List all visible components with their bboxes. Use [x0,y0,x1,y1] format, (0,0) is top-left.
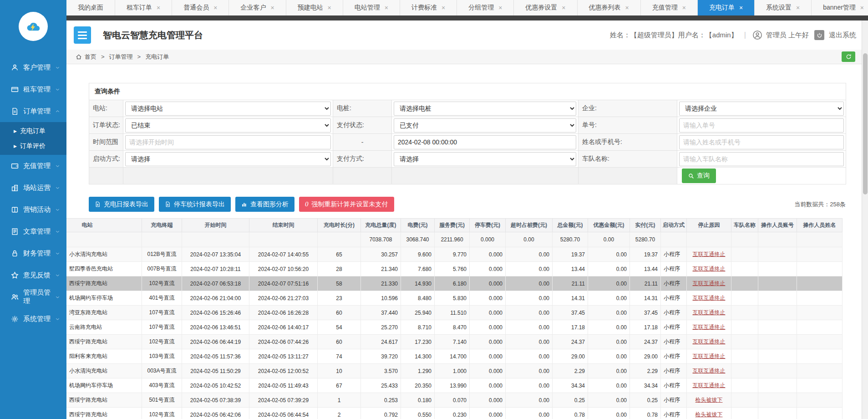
breadcrumb-charging-orders[interactable]: 充电订单 [145,53,169,61]
cell-operator-name [797,247,843,262]
star-icon [11,271,19,279]
breadcrumb-order-management[interactable]: 订单管理 [109,53,133,61]
start-time-input[interactable] [125,135,331,149]
pile-select[interactable]: 请选择电桩 [394,102,576,116]
export-charging-daily-report-button[interactable]: 充电日报表导出 [89,197,154,212]
name-or-phone-input[interactable] [679,135,844,149]
vertical-scrollbar[interactable] [862,20,868,419]
tab-优惠券设置[interactable]: 优惠券设置× [514,0,577,15]
station-select[interactable]: 请选择电站 [125,102,331,116]
sidebar-item-admin[interactable]: 管理员管理 [0,286,66,308]
cell-operator-account [758,408,797,419]
tab-close-icon[interactable]: × [270,5,274,11]
tab-优惠券列表[interactable]: 优惠券列表× [578,0,641,15]
search-button[interactable]: 查询 [682,169,716,183]
export-parking-stats-report-button[interactable]: 停车统计报表导出 [159,197,231,212]
scrollbar-thumb[interactable] [863,53,868,194]
breadcrumb-home[interactable]: 首页 [85,53,96,61]
tab-close-icon[interactable]: × [796,5,800,11]
table-row[interactable]: 阳利客来充电站103号直流2024-02-05 11:57:362024-02-… [66,349,843,364]
sidebar-item-rental[interactable]: 租车管理 [0,78,66,100]
sidebar-item-marketing[interactable]: 营销活动 [0,199,66,220]
sidebar-subitem-订单评价[interactable]: ▶订单评价 [0,138,66,153]
tab-label: 优惠券设置 [525,4,557,12]
cell-stop-reason: 互联互通终止 [687,320,731,335]
order-no-input[interactable] [679,118,844,133]
sidebar-item-station[interactable]: 场站运营 [0,177,66,199]
tab-普通会员[interactable]: 普通会员× [172,0,229,15]
table-row[interactable]: 西绥宁路充电站102号直流2024-02-07 06:53:182024-02-… [66,276,843,291]
stop-reason-link[interactable]: 互联互通终止 [693,368,726,374]
tab-我的桌面[interactable]: 我的桌面 [66,0,115,15]
stop-reason-link[interactable]: 枪头被拔下 [695,397,723,403]
tab-充电订单[interactable]: 充电订单× [698,0,755,15]
stop-reason-link[interactable]: 互联互通终止 [693,353,726,359]
tab-close-icon[interactable]: × [682,5,686,11]
tab-租车订单[interactable]: 租车订单× [115,0,172,15]
sidebar-item-recharge[interactable]: 充值管理 [0,155,66,177]
cell-discount-amount: 0.00 [588,408,630,419]
sidebar-item-feedback[interactable]: 意见反馈 [0,264,66,286]
stop-reason-link[interactable]: 互联互通终止 [693,309,726,316]
stop-reason-link[interactable]: 互联互通终止 [693,324,726,330]
table-row[interactable]: 机场网约车停车场403号直流2024-02-05 10:42:522024-02… [66,378,843,393]
view-chart-analysis-button[interactable]: 查看图形分析 [235,197,294,212]
tab-close-icon[interactable]: × [562,5,565,11]
summary-cell-fleet-name [731,232,758,247]
tab-close-icon[interactable]: × [498,5,502,11]
sidebar-item-label: 充值管理 [23,162,51,170]
fleet-name-input[interactable] [679,152,844,166]
start-mode-select[interactable]: 请选择 [125,152,331,166]
tab-close-icon[interactable]: × [328,5,331,11]
sidebar-item-finance[interactable]: 财务管理 [0,242,66,264]
sidebar-toggle-button[interactable] [74,26,91,44]
tab-充值管理[interactable]: 充值管理× [641,0,698,15]
table-row[interactable]: 小水清沟充电站003A号直流2024-02-05 11:50:292024-02… [66,364,843,378]
order-status-select[interactable]: 已结束 [125,118,331,133]
tab-close-icon[interactable]: × [157,5,160,11]
pay-status-select[interactable]: 已支付 [394,118,576,133]
cell-end-time: 2024-02-07 10:56:20 [249,262,318,276]
table-row[interactable]: 小水清沟充电站012B号直流2024-02-07 13:35:042024-02… [66,247,843,262]
sidebar-item-system[interactable]: 系统管理 [0,308,66,330]
table-row[interactable]: 西绥宁路充电站501号直流2024-02-05 07:38:392024-02-… [66,393,843,408]
refresh-button[interactable] [842,51,855,62]
tab-close-icon[interactable]: × [385,5,388,11]
end-time-input[interactable] [394,135,576,149]
tab-close-icon[interactable]: × [860,5,864,11]
stop-reason-link[interactable]: 互联互通终止 [693,382,726,388]
tab-系统设置[interactable]: 系统设置× [755,0,812,15]
tab-计费标准[interactable]: 计费标准× [400,0,457,15]
table-row[interactable]: 湾亚东路充电站107号直流2024-02-06 15:26:462024-02-… [66,306,843,320]
tab-banner管理[interactable]: banner管理× [812,0,868,15]
sidebar-subitem-充电订单[interactable]: ▶充电订单 [0,123,66,138]
tab-预建电站[interactable]: 预建电站× [286,0,343,15]
tab-企业客户[interactable]: 企业客户× [229,0,286,15]
tab-close-icon[interactable]: × [739,5,743,11]
sidebar-item-customer[interactable]: 客户管理 [0,56,66,78]
force-recalculate-button[interactable]: 0 强制重新计算并设置未支付 [299,197,394,212]
pay-mode-select[interactable]: 请选择 [394,152,576,166]
table-row[interactable]: 云南路充电站107号直流2024-02-06 13:46:512024-02-0… [66,320,843,335]
table-row[interactable]: 机场网约车停车场401号直流2024-02-06 21:04:002024-02… [66,291,843,306]
tab-分组管理[interactable]: 分组管理× [457,0,514,15]
stop-reason-link[interactable]: 互联互通终止 [693,338,726,345]
stop-reason-link[interactable]: 互联互通终止 [693,295,726,301]
stop-reason-link[interactable]: 枪头被拔下 [695,411,723,418]
table-row[interactable]: 墅四季香邑充电站007B号直流2024-02-07 10:28:112024-0… [66,262,843,276]
tab-close-icon[interactable]: × [625,5,629,11]
tab-close-icon[interactable]: × [213,5,217,11]
table-row[interactable]: 西绥宁路充电站102号直流2024-02-05 06:42:062024-02-… [66,408,843,419]
stop-reason-link[interactable]: 互联互通终止 [693,280,726,286]
stop-reason-link[interactable]: 互联互通终止 [693,266,726,272]
tab-close-icon[interactable]: × [442,5,445,11]
sidebar-item-order[interactable]: 订单管理 [0,100,66,122]
sidebar-item-article[interactable]: 文章管理 [0,220,66,242]
power-icon[interactable] [814,30,824,40]
table-row[interactable]: 西绥宁路充电站102号直流2024-02-06 06:44:192024-02-… [66,335,843,349]
tab-电站管理[interactable]: 电站管理× [343,0,400,15]
enterprise-select[interactable]: 请选择企业 [679,102,844,116]
stop-reason-link[interactable]: 互联互通终止 [693,251,726,257]
chevron-down-icon [55,251,60,256]
logout-button[interactable]: 退出系统 [829,31,856,40]
